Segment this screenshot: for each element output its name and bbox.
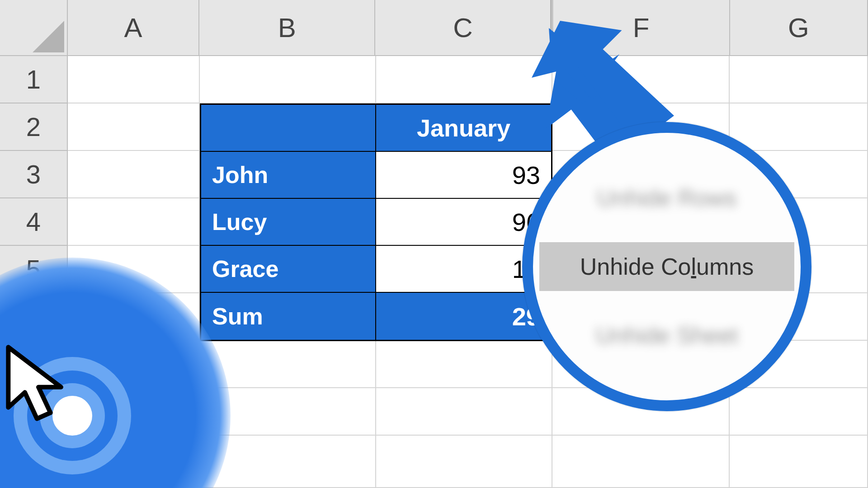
table-row: Grace 10 <box>201 246 551 293</box>
cell-name[interactable]: Grace <box>201 246 376 293</box>
menu-text: Unhide Co <box>580 253 691 280</box>
table-row: John 93 <box>201 152 551 199</box>
menu-hotkey-letter: l <box>691 253 697 280</box>
menu-item-unhide-rows[interactable]: Unhide Rows <box>570 175 764 221</box>
cell-sum-value[interactable]: 29 <box>376 293 551 340</box>
row-header-4[interactable]: 4 <box>0 198 67 246</box>
column-header-G[interactable]: G <box>730 0 868 55</box>
magnifier-callout: Unhide Rows Unhide Columns Unhide Sheet <box>522 122 811 411</box>
table-sum-row: Sum 29 <box>201 293 551 340</box>
svg-marker-6 <box>8 347 61 418</box>
cell-name[interactable]: John <box>201 152 376 199</box>
select-all-corner[interactable] <box>0 0 68 55</box>
cursor-arrow-icon <box>0 343 77 434</box>
table-row: Lucy 96 <box>201 199 551 246</box>
cell-sum-label[interactable]: Sum <box>201 293 376 340</box>
column-header-C[interactable]: C <box>375 0 551 55</box>
row-header-2[interactable]: 2 <box>0 103 67 151</box>
column-headers-row: A B C F G <box>0 0 868 56</box>
menu-item-unhide-columns[interactable]: Unhide Columns <box>539 242 794 291</box>
data-table: January John 93 Lucy 96 Grace 10 Sum 29 <box>200 103 552 341</box>
spreadsheet-viewport: A B C F G 1 2 3 4 5 <box>0 0 868 488</box>
brand-badge <box>0 258 231 488</box>
select-all-triangle-icon <box>33 21 64 52</box>
cell-value[interactable]: 93 <box>376 152 551 199</box>
table-header-month[interactable]: January <box>376 105 551 152</box>
svg-marker-0 <box>33 21 64 52</box>
column-header-A[interactable]: A <box>68 0 199 55</box>
cell-name[interactable]: Lucy <box>201 199 376 246</box>
column-header-B[interactable]: B <box>199 0 375 55</box>
row-header-1[interactable]: 1 <box>0 56 67 103</box>
table-header-row: January <box>201 105 551 152</box>
menu-text: umns <box>696 253 754 280</box>
row-header-3[interactable]: 3 <box>0 151 67 198</box>
table-header-blank[interactable] <box>201 105 376 152</box>
menu-item-unhide-sheet[interactable]: Unhide Sheet <box>568 313 765 358</box>
column-header-F[interactable]: F <box>553 0 730 55</box>
